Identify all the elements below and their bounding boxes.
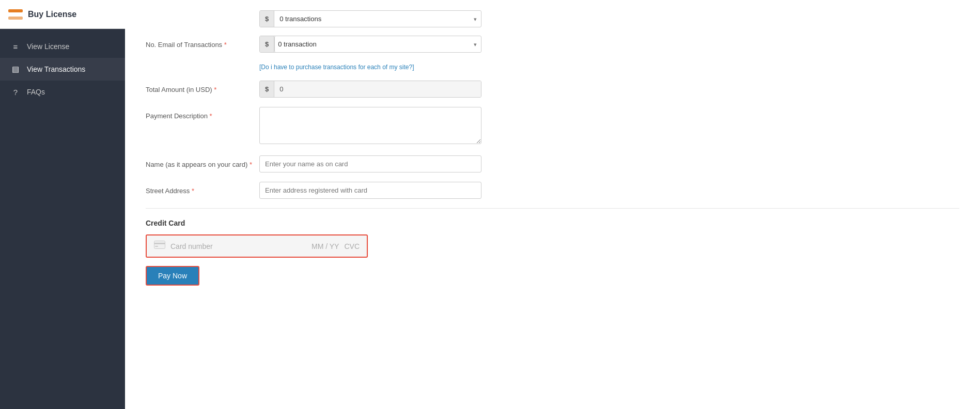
sidebar-item-label: View License [27, 42, 69, 51]
street-address-label: Street Address * [146, 182, 259, 195]
svg-rect-2 [155, 246, 158, 247]
dollar-prefix-transactions: $ [260, 36, 274, 52]
card-input-wrapper[interactable]: Card number MM / YY CVC [146, 234, 368, 258]
card-expiry-cvc: MM / YY CVC [312, 242, 360, 250]
sidebar-item-view-license[interactable]: ≡ View License [0, 35, 125, 58]
svg-rect-0 [154, 241, 165, 249]
no-email-transactions-row: No. Email of Transactions * $ 0 transact… [146, 36, 959, 53]
pay-now-button[interactable]: Pay Now [146, 266, 199, 286]
street-address-control [259, 182, 481, 199]
credit-card-section-label: Credit Card [146, 219, 959, 227]
question-icon: ? [10, 87, 21, 97]
no-email-transactions-control: $ 0 transaction 10 transactions 50 trans… [259, 36, 481, 53]
payment-description-textarea[interactable] [259, 107, 481, 144]
required-marker: * [224, 41, 227, 49]
street-address-input[interactable] [259, 182, 481, 199]
payment-description-label: Payment Description * [146, 107, 259, 120]
name-on-card-row: Name (as it appears on your card) * [146, 155, 959, 172]
content-panel: $ 0 transactions ▾ No. Email of Transact… [125, 0, 980, 409]
total-amount-input[interactable] [274, 81, 481, 97]
card-number-placeholder: Card number [170, 242, 312, 250]
section-divider [146, 208, 959, 209]
list-icon: ≡ [10, 41, 21, 52]
logo-icon [8, 9, 23, 20]
sidebar-item-faqs[interactable]: ? FAQs [0, 81, 125, 103]
sidebar-header: Buy License [0, 0, 125, 29]
credit-card-icon [154, 241, 165, 251]
partial-select-control: $ 0 transactions ▾ [259, 10, 481, 27]
payment-description-control [259, 107, 481, 146]
total-amount-control: $ [259, 81, 481, 98]
transactions-select[interactable]: 0 transaction 10 transactions 50 transac… [275, 36, 481, 52]
help-link-row: [Do i have to purchase transactions for … [146, 62, 959, 71]
partial-transactions-row: $ 0 transactions ▾ [146, 10, 959, 27]
sidebar-item-label: View Transactions [27, 65, 85, 73]
sidebar-nav: ≡ View License ▤ View Transactions ? FAQ… [0, 29, 125, 109]
sidebar-item-label: FAQs [27, 88, 45, 96]
sidebar-item-view-transactions[interactable]: ▤ View Transactions [0, 58, 125, 81]
card-cvc: CVC [344, 242, 360, 250]
dollar-prefix-total: $ [260, 81, 274, 97]
street-address-row: Street Address * [146, 182, 959, 199]
help-link[interactable]: [Do i have to purchase transactions for … [259, 64, 414, 71]
partial-label [146, 10, 259, 15]
main-content: $ 0 transactions ▾ No. Email of Transact… [125, 0, 980, 409]
partial-transactions-select[interactable]: 0 transactions [274, 11, 481, 27]
name-on-card-input[interactable] [259, 155, 481, 172]
no-email-transactions-label: No. Email of Transactions * [146, 36, 259, 49]
card-mm-yy: MM / YY [312, 242, 339, 250]
dollar-prefix-partial: $ [260, 11, 274, 27]
total-amount-label: Total Amount (in USD) * [146, 81, 259, 93]
chart-icon: ▤ [10, 64, 21, 74]
name-on-card-label: Name (as it appears on your card) * [146, 155, 259, 168]
sidebar: Buy License ≡ View License ▤ View Transa… [0, 0, 125, 409]
sidebar-brand: Buy License [28, 10, 76, 19]
payment-description-row: Payment Description * [146, 107, 959, 146]
total-amount-row: Total Amount (in USD) * $ [146, 81, 959, 98]
svg-rect-1 [154, 243, 165, 244]
name-on-card-control [259, 155, 481, 172]
